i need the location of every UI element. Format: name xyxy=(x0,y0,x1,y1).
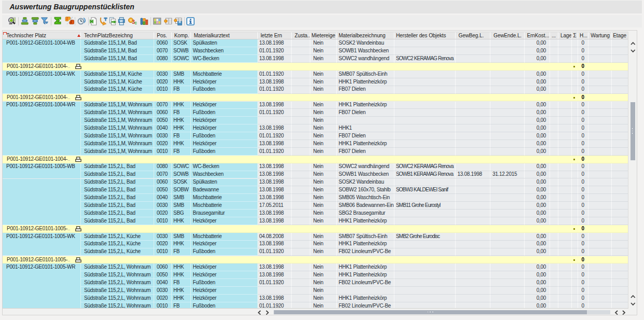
svg-text:W: W xyxy=(120,19,124,23)
svg-text:c: c xyxy=(134,20,137,25)
